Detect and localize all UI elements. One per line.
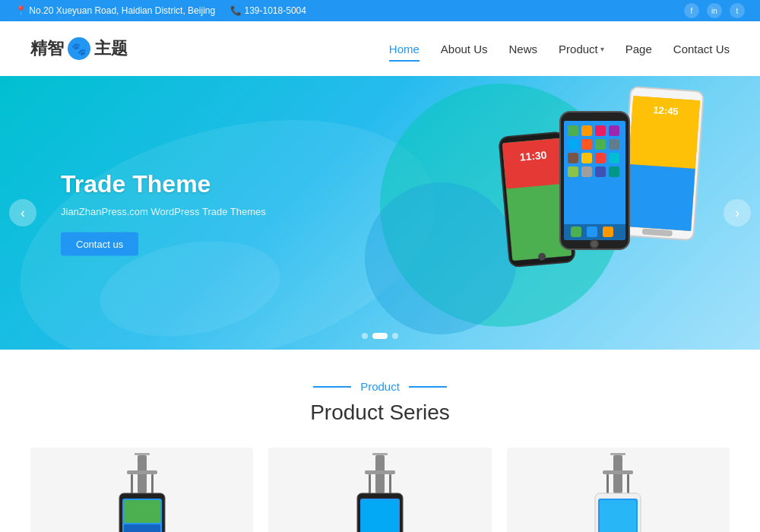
product-card-2[interactable] xyxy=(268,448,491,532)
hero-contact-button[interactable]: Contact us xyxy=(61,233,138,256)
nav-news[interactable]: News xyxy=(509,43,538,55)
svg-rect-23 xyxy=(581,166,592,177)
product-card-3[interactable] xyxy=(507,448,730,532)
address-text: 📍 No.20 Xueyuan Road, Haidian District, … xyxy=(15,5,215,16)
phone-text: 📞 139-1018-5004 xyxy=(230,5,306,16)
slider-dots xyxy=(362,333,398,339)
hero-title: Trade Theme xyxy=(61,170,266,198)
section-tag-line-left xyxy=(313,386,351,388)
section-tag: Product xyxy=(30,380,730,393)
svg-rect-16 xyxy=(595,139,606,150)
nav-about[interactable]: About Us xyxy=(441,43,488,55)
svg-rect-46 xyxy=(124,524,160,532)
nav-page[interactable]: Page xyxy=(625,43,652,55)
product-grid xyxy=(30,448,730,532)
linkedin-icon[interactable]: in xyxy=(707,3,722,18)
hero-circle-2 xyxy=(365,182,517,334)
product-image-3 xyxy=(580,451,656,532)
svg-rect-29 xyxy=(603,226,613,237)
svg-rect-28 xyxy=(587,226,597,237)
location-icon: 📍 xyxy=(15,5,27,16)
hero-content: Trade Theme JianZhanPress.com WordPress … xyxy=(61,170,266,256)
svg-text:11:30: 11:30 xyxy=(519,149,547,163)
product-image-1 xyxy=(104,451,180,532)
svg-rect-45 xyxy=(124,500,160,523)
product-dropdown-arrow: ▾ xyxy=(600,45,604,53)
hero-phones: 11:30 xyxy=(502,99,699,254)
facebook-icon[interactable]: f xyxy=(684,3,699,18)
svg-rect-13 xyxy=(609,125,619,136)
slider-dot-1[interactable] xyxy=(362,333,368,339)
svg-rect-14 xyxy=(568,139,578,150)
slider-prev-button[interactable]: ‹ xyxy=(9,199,36,226)
logo-paw-icon: 🐾 xyxy=(68,37,90,60)
nav-product[interactable]: Product ▾ xyxy=(559,43,604,55)
logo-text-left: 精智 xyxy=(30,37,64,60)
top-bar: 📍 No.20 Xueyuan Road, Haidian District, … xyxy=(0,0,760,21)
product-card-1[interactable] xyxy=(30,448,253,532)
svg-rect-11 xyxy=(581,125,592,136)
svg-rect-50 xyxy=(365,470,395,474)
svg-rect-21 xyxy=(609,153,619,163)
svg-rect-38 xyxy=(135,453,150,455)
svg-rect-12 xyxy=(595,125,606,136)
product-image-2 xyxy=(342,451,418,532)
hero-subtitle: JianZhanPress.com WordPress Trade Themes xyxy=(61,206,266,217)
section-tag-line-right xyxy=(409,386,447,388)
product-section: Product Product Series xyxy=(0,350,760,532)
svg-rect-59 xyxy=(603,470,633,474)
slider-next-button[interactable]: › xyxy=(724,199,751,226)
svg-rect-25 xyxy=(609,166,619,177)
product-section-title: Product Series xyxy=(30,401,730,425)
svg-rect-57 xyxy=(610,453,625,455)
svg-rect-48 xyxy=(372,453,388,455)
svg-rect-10 xyxy=(568,125,578,136)
svg-rect-22 xyxy=(568,166,578,177)
svg-rect-24 xyxy=(595,166,606,177)
slider-dot-2[interactable] xyxy=(372,333,388,339)
svg-rect-20 xyxy=(595,153,606,163)
phone-icon: 📞 xyxy=(230,5,242,16)
phone-center xyxy=(559,110,631,251)
top-bar-right: f in t xyxy=(684,3,745,18)
svg-rect-27 xyxy=(571,226,581,237)
product-tag-label: Product xyxy=(360,380,400,393)
slider-dot-3[interactable] xyxy=(392,333,398,339)
hero-slider: Trade Theme JianZhanPress.com WordPress … xyxy=(0,76,760,350)
top-bar-left: 📍 No.20 Xueyuan Road, Haidian District, … xyxy=(15,5,306,16)
nav-contact[interactable]: Contact Us xyxy=(673,43,730,55)
svg-rect-19 xyxy=(581,153,592,163)
svg-rect-9 xyxy=(564,121,625,240)
logo[interactable]: 精智 🐾 主题 xyxy=(30,37,128,60)
twitter-icon[interactable]: t xyxy=(730,3,745,18)
main-nav: Home About Us News Product ▾ Page Contac… xyxy=(389,43,730,55)
svg-rect-55 xyxy=(362,500,398,532)
phone-right: 12:45 xyxy=(619,85,705,242)
svg-rect-35 xyxy=(624,164,695,231)
svg-rect-5 xyxy=(502,138,565,189)
svg-rect-40 xyxy=(127,470,157,474)
svg-rect-15 xyxy=(581,139,592,150)
svg-rect-64 xyxy=(600,500,636,532)
svg-rect-18 xyxy=(568,153,578,163)
nav-home[interactable]: Home xyxy=(389,43,420,55)
svg-rect-17 xyxy=(609,139,619,150)
logo-text-right: 主题 xyxy=(94,37,128,60)
svg-text:12:45: 12:45 xyxy=(653,104,679,117)
svg-point-31 xyxy=(591,241,597,247)
header: 精智 🐾 主题 Home About Us News Product ▾ Pag… xyxy=(0,21,760,76)
